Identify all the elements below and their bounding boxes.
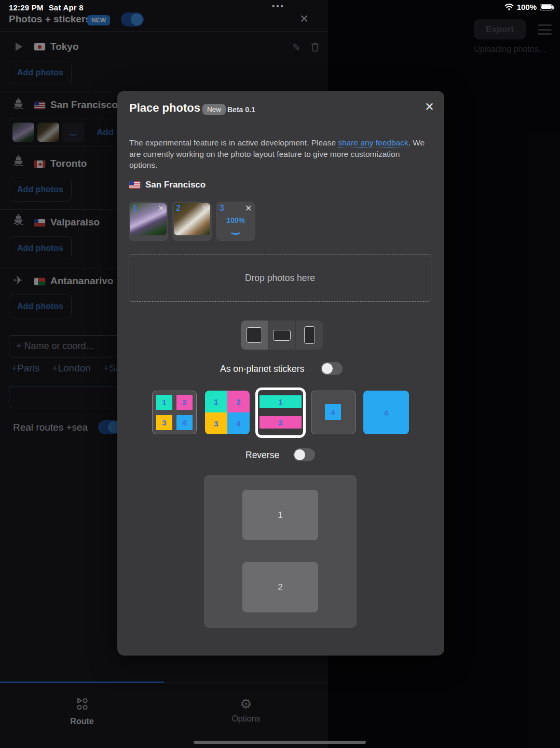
preview-photo-slot-1: 1: [242, 490, 318, 540]
layout-cell: 2: [176, 395, 193, 410]
layout-option-small-center[interactable]: 4: [311, 391, 356, 434]
on-planet-stickers-toggle[interactable]: [321, 362, 343, 375]
layout-option-grid[interactable]: 1 2 3 4: [205, 391, 250, 434]
layout-cell: 2: [259, 416, 302, 429]
cell-number: 2: [182, 398, 186, 407]
photo-number: 3: [220, 204, 224, 213]
status-bar: 12:29 PMSat Apr 8 ••• 100%: [0, 0, 560, 15]
layout-cell: 3: [205, 412, 227, 434]
drop-photos-zone[interactable]: Drop photos here: [129, 254, 431, 302]
aspect-ratio-segmented-control: [241, 320, 323, 350]
cell-number: 3: [214, 419, 218, 428]
remove-photo-icon[interactable]: ×: [201, 203, 208, 214]
aspect-square-option[interactable]: [241, 320, 268, 350]
square-icon: [247, 327, 262, 343]
spinner-icon: [229, 226, 242, 235]
portrait-icon: [304, 326, 315, 344]
cell-number: 4: [331, 408, 335, 417]
modal-photo-2[interactable]: 2 ×: [172, 202, 212, 241]
modal-version: Beta 0.1: [227, 105, 255, 114]
cell-number: 4: [236, 419, 240, 428]
modal-new-badge: New: [202, 104, 226, 115]
modal-title: Place photos: [129, 101, 200, 115]
layout-cell: 4: [325, 404, 341, 420]
cell-number: 1: [162, 398, 166, 407]
layout-cell: 1: [205, 391, 227, 412]
layout-option-full[interactable]: 4: [363, 391, 409, 434]
wifi-icon: [504, 4, 514, 10]
layout-cell: 4: [227, 412, 250, 434]
reverse-toggle[interactable]: [293, 448, 315, 461]
modal-close-icon[interactable]: ×: [425, 99, 434, 114]
battery-percent: 100%: [517, 3, 537, 11]
description-pre: The experimental feature is in active de…: [129, 138, 338, 147]
multitask-ellipsis-icon[interactable]: •••: [272, 2, 285, 10]
cell-number: 4: [384, 408, 388, 417]
status-date: Sat Apr 8: [49, 3, 84, 12]
modal-city-name: San Francisco: [145, 180, 206, 190]
remove-photo-icon[interactable]: ×: [158, 203, 165, 214]
stickers-label: As on-planet stickers: [220, 364, 304, 375]
place-photos-modal: Place photos New Beta 0.1 × The experime…: [117, 91, 444, 656]
layout-cell: 2: [227, 391, 250, 412]
reverse-label: Reverse: [245, 450, 279, 461]
layout-option-bars-selected[interactable]: 1 2: [255, 388, 306, 438]
modal-description: The experimental feature is in active de…: [129, 137, 429, 171]
photo-number: 1: [132, 204, 137, 213]
cell-number: 3: [162, 418, 166, 427]
remove-photo-icon[interactable]: ×: [245, 203, 252, 214]
aspect-portrait-option[interactable]: [296, 320, 323, 350]
home-indicator[interactable]: [194, 741, 366, 744]
toggle-knob: [322, 363, 333, 374]
cell-number: 1: [214, 397, 218, 406]
cell-number: 2: [278, 418, 282, 427]
cell-number: 4: [182, 418, 186, 427]
layout-cell: 1: [259, 395, 302, 408]
landscape-icon: [273, 330, 291, 341]
layout-cell: 4: [176, 415, 193, 430]
feedback-link[interactable]: share any feedback: [338, 138, 408, 148]
photo-number: 2: [176, 204, 181, 213]
preview-photo-slot-2: 2: [242, 562, 318, 612]
upload-progress: 100%: [216, 216, 255, 224]
battery-icon: [540, 4, 553, 10]
cell-number: 1: [278, 397, 282, 406]
aspect-landscape-option[interactable]: [268, 320, 296, 350]
layout-preview: 1 2: [204, 475, 357, 628]
status-time: 12:29 PM: [9, 3, 44, 12]
usa-flag: [129, 181, 140, 189]
layout-cell: 1: [156, 395, 172, 410]
toggle-knob: [294, 449, 305, 460]
layout-option-corners[interactable]: 1 2 3 4: [152, 391, 197, 434]
modal-photo-3-uploading[interactable]: 3 × 100%: [216, 202, 255, 241]
modal-city-row: San Francisco: [129, 180, 206, 190]
cell-number: 2: [236, 397, 240, 406]
layout-cell: 3: [156, 415, 172, 430]
modal-photo-1[interactable]: 1 ×: [129, 202, 168, 241]
